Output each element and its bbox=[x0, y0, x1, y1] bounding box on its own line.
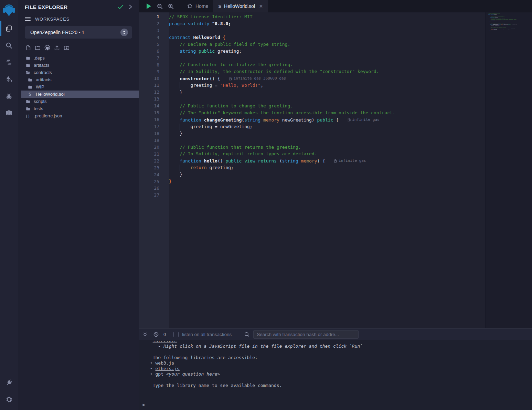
activity-item-plugin-manager[interactable] bbox=[0, 374, 18, 391]
open-book-icon bbox=[5, 109, 13, 117]
line-number: 23 bbox=[139, 165, 159, 171]
editor-topbar: HomeSHelloWorld.sol✕ bbox=[139, 0, 532, 12]
panel-header: FILE EXPLORER bbox=[18, 0, 139, 14]
workspace-updown-icon[interactable] bbox=[120, 29, 128, 36]
tree-item-scripts[interactable]: scripts bbox=[18, 98, 139, 105]
zoom-in-icon[interactable] bbox=[165, 0, 176, 12]
code-line-27 bbox=[488, 32, 530, 33]
tree-item-contracts[interactable]: contracts bbox=[18, 69, 139, 76]
code-line-20: // Public function that returns the gree… bbox=[169, 144, 485, 151]
code-line-17: greeting = newGreeting; bbox=[169, 123, 485, 130]
workspaces-menu-icon[interactable] bbox=[25, 17, 31, 21]
activity-bar bbox=[0, 0, 18, 410]
tree-item-artifacts[interactable]: artifacts bbox=[18, 62, 139, 69]
line-number: 1 bbox=[139, 13, 159, 20]
line-number: 27 bbox=[139, 192, 159, 199]
activity-item-settings[interactable] bbox=[0, 391, 18, 408]
remix-logo-icon[interactable] bbox=[0, 0, 18, 20]
terminal-prompt[interactable]: > bbox=[142, 402, 145, 408]
tree-item-wip[interactable]: WIP bbox=[18, 83, 139, 91]
activity-item-deploy-and-run[interactable] bbox=[0, 71, 18, 87]
workspace-dropdown[interactable]: OpenZeppelin ERC20 - 1 bbox=[25, 26, 132, 39]
activity-item-debugger[interactable] bbox=[0, 87, 18, 104]
line-number: 19 bbox=[139, 137, 159, 144]
line-number: 14 bbox=[139, 103, 159, 109]
plug-icon bbox=[6, 379, 13, 386]
editor-tabs: HomeSHelloWorld.sol✕ bbox=[182, 0, 268, 12]
gas-estimate-hint: infinite gas bbox=[348, 116, 379, 123]
code-line-12: } bbox=[169, 89, 485, 96]
code-line-22: function hello() public view returns (st… bbox=[169, 157, 485, 164]
line-number: 20 bbox=[139, 144, 159, 151]
tree-item-tests[interactable]: tests bbox=[18, 105, 139, 112]
tree-item-.prettierrc.json[interactable]: { }.prettierrc.json bbox=[18, 112, 139, 119]
run-icon[interactable] bbox=[143, 0, 154, 12]
line-number: 7 bbox=[139, 55, 159, 62]
circle-slash-icon[interactable] bbox=[153, 332, 159, 337]
new-folder-icon[interactable] bbox=[34, 45, 41, 51]
line-number: 16 bbox=[139, 116, 159, 123]
line-number: 3 bbox=[139, 27, 159, 34]
line-number: 2 bbox=[139, 20, 159, 27]
terminal-link[interactable]: web3.js bbox=[155, 360, 174, 366]
remix-ide-window: FILE EXPLORER WORKSPACES OpenZeppelin ER… bbox=[0, 0, 532, 410]
terminal-line: Type the library name to see available c… bbox=[147, 383, 532, 388]
code-line-6: string public greeting; bbox=[169, 48, 485, 55]
workspace-selected-value: OpenZeppelin ERC20 - 1 bbox=[30, 30, 120, 35]
tab-home[interactable]: Home bbox=[182, 0, 213, 12]
editor-body: 1234567891011121314151617181920212223242… bbox=[139, 12, 532, 328]
code-line-23: return greeting; bbox=[169, 164, 485, 171]
zoom-out-icon[interactable] bbox=[154, 0, 165, 12]
activity-bar-items bbox=[0, 20, 18, 121]
tab-label: HelloWorld.sol bbox=[224, 3, 255, 9]
tree-item-helloworld.sol[interactable]: SHelloWorld.sol bbox=[21, 91, 139, 98]
chevron-right-icon[interactable] bbox=[128, 4, 132, 9]
code-line-7 bbox=[169, 55, 485, 62]
solidity-file-icon: S bbox=[218, 3, 221, 9]
code-line-1: // SPDX-License-Identifier: MIT bbox=[169, 13, 485, 20]
line-number: 18 bbox=[139, 130, 159, 137]
line-number: 24 bbox=[139, 171, 159, 178]
gas-estimate-hint: infinite gas 368600 gas bbox=[229, 75, 286, 82]
tree-item-artifacts[interactable]: artifacts bbox=[18, 76, 139, 83]
check-icon[interactable] bbox=[118, 4, 124, 9]
activity-item-search[interactable] bbox=[0, 37, 18, 54]
code-line-11: greeting = "Hello, World!"; bbox=[169, 82, 485, 89]
line-number: 13 bbox=[139, 96, 159, 103]
file-explorer-toolbar bbox=[18, 39, 139, 53]
editor-gutter: 1234567891011121314151617181920212223242… bbox=[139, 12, 169, 328]
close-tab-icon[interactable]: ✕ bbox=[259, 4, 263, 9]
terminal-link[interactable]: ethers.js bbox=[155, 366, 179, 371]
new-file-icon[interactable] bbox=[25, 45, 31, 51]
folder-icon bbox=[27, 77, 33, 82]
workspaces-row: WORKSPACES bbox=[18, 14, 139, 24]
upload-file-icon[interactable] bbox=[54, 45, 60, 51]
tree-item-label: contracts bbox=[34, 70, 52, 75]
listen-transactions-checkbox[interactable] bbox=[173, 332, 179, 337]
terminal-line: • gpt <your question here> bbox=[147, 371, 532, 377]
line-number: 10 bbox=[139, 75, 159, 82]
tree-item-label: HelloWorld.sol bbox=[36, 92, 65, 97]
solidity-icon bbox=[6, 59, 12, 66]
tree-item-.deps[interactable]: .deps bbox=[18, 54, 139, 62]
terminal-body[interactable]: interface - Right click on a JavaScript … bbox=[139, 341, 532, 410]
upload-folder-icon[interactable] bbox=[63, 45, 70, 51]
github-icon[interactable] bbox=[44, 44, 51, 51]
minimap[interactable]: // SPDX-License-Identifier: MITpragma so… bbox=[485, 12, 532, 328]
activity-item-file-explorer[interactable] bbox=[0, 20, 18, 37]
line-number: 12 bbox=[139, 89, 159, 96]
chevrons-down-icon[interactable] bbox=[142, 332, 148, 337]
terminal-search-input[interactable] bbox=[253, 330, 359, 339]
code-line-3 bbox=[169, 27, 485, 34]
activity-item-solidity-learneth[interactable] bbox=[0, 104, 18, 121]
tree-item-label: WIP bbox=[36, 84, 44, 90]
panel-title: FILE EXPLORER bbox=[25, 4, 113, 10]
tab-helloworld-sol[interactable]: SHelloWorld.sol✕ bbox=[213, 0, 268, 12]
folder-icon bbox=[27, 85, 33, 90]
line-number: 25 bbox=[139, 178, 159, 185]
code-line-18: } bbox=[169, 130, 485, 137]
activity-item-solidity-compiler[interactable] bbox=[0, 54, 18, 71]
code-pane[interactable]: // SPDX-License-Identifier: MITpragma so… bbox=[169, 12, 485, 328]
terminal-link[interactable]: interface bbox=[153, 341, 177, 343]
code-line-27 bbox=[169, 192, 485, 199]
